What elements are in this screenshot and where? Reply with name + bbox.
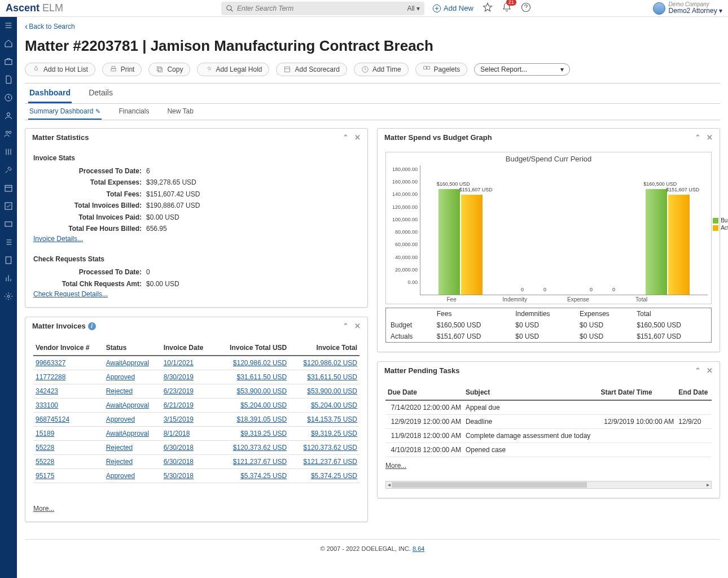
table-header: Vendor Invoice # [33, 340, 104, 356]
table-row: 55228Rejected6/30/2018$121,237.67 USD$12… [33, 455, 359, 469]
more-link[interactable]: More... [385, 462, 406, 470]
notifications-button[interactable]: 21 [502, 2, 512, 14]
search-input[interactable] [234, 5, 407, 12]
subtab-summary[interactable]: Summary Dashboard✎ [28, 104, 102, 120]
card-icon[interactable] [3, 219, 14, 229]
doc-icon[interactable] [3, 255, 14, 265]
invoice-details-link[interactable]: Invoice Details... [33, 235, 83, 243]
add-new-label: Add New [444, 4, 473, 12]
svg-rect-17 [5, 185, 12, 191]
list-icon[interactable] [3, 237, 14, 247]
close-icon[interactable]: ✕ [707, 133, 713, 142]
svg-point-11 [7, 113, 10, 116]
collapse-icon[interactable]: ⌃ [695, 133, 701, 142]
table-row: 99663327AwaitApproval10/1/2021$120,986.0… [33, 356, 359, 370]
invoice-link[interactable]: 55228 [36, 458, 54, 466]
subtab-financials[interactable]: Financials [117, 104, 150, 120]
people-icon[interactable] [3, 129, 14, 139]
invoice-link[interactable]: 95175 [36, 472, 54, 480]
svg-rect-24 [6, 257, 11, 264]
copy-button[interactable]: Copy [148, 63, 190, 76]
sliders-icon[interactable] [3, 147, 14, 157]
tab-details[interactable]: Details [87, 84, 114, 103]
spend-budget-card: Matter Spend vs Budget Graph⌃✕ Budget/Sp… [377, 128, 720, 352]
collapse-icon[interactable]: ⌃ [695, 366, 701, 375]
invoice-link[interactable]: 11772288 [36, 373, 65, 381]
invoice-link[interactable]: 333100 [36, 401, 58, 409]
chart-title: Budget/Spend Curr Period [389, 155, 708, 163]
add-scorecard-button[interactable]: Add Scorecard [276, 63, 347, 76]
invoice-link[interactable]: 15189 [36, 430, 54, 437]
invoice-link[interactable]: 99663327 [36, 359, 65, 367]
table-header: Indemnities [511, 308, 575, 320]
stat-row: Processed To Date:6 [33, 165, 359, 177]
calendar-icon[interactable] [3, 183, 14, 193]
svg-point-28 [7, 295, 10, 297]
file-icon[interactable] [3, 75, 14, 85]
stat-row: Total Invoices Billed:$190,886.07 USD [33, 200, 359, 211]
check-icon[interactable] [3, 201, 14, 211]
select-report-dropdown[interactable]: Select Report...▾ [474, 63, 570, 76]
page-title: Matter #2203781 | Jamison Manufacturing … [25, 37, 720, 55]
search-scope-dropdown[interactable]: All ▾ [407, 5, 420, 12]
clock-icon[interactable] [3, 93, 14, 103]
svg-rect-37 [427, 67, 429, 69]
table-row: 7/14/2020 12:00:00 AMAppeal due [385, 400, 712, 415]
pagelets-button[interactable]: Pagelets [415, 63, 468, 76]
action-toolbar: Add to Hot List Print Copy Add Legal Hol… [25, 63, 720, 76]
table-header [386, 308, 432, 320]
invoice-link[interactable]: 55228 [36, 444, 54, 452]
table-header: Status [104, 340, 161, 356]
table-row: 342423Rejected6/23/2019$53,900.00 USD$53… [33, 384, 359, 399]
version-link[interactable]: 8.64 [413, 545, 424, 552]
invoice-link[interactable]: 968745124 [36, 415, 69, 423]
breadcrumb[interactable]: Back to Search [25, 21, 720, 32]
briefcase-icon[interactable] [3, 56, 14, 67]
menu-icon[interactable] [3, 20, 14, 30]
svg-rect-20 [5, 222, 12, 226]
info-icon[interactable]: i [88, 322, 96, 330]
app-logo: Ascent ELM [6, 2, 63, 14]
close-icon[interactable]: ✕ [354, 133, 361, 142]
add-time-button[interactable]: Add Time [354, 63, 409, 76]
stat-row: Total Invoices Paid:$0.00 USD [33, 212, 359, 223]
pencil-icon[interactable]: ✎ [95, 108, 100, 115]
user-menu[interactable]: Demo Company Demo2 Attorney ▾ [653, 1, 722, 15]
print-button[interactable]: Print [102, 63, 142, 76]
close-icon[interactable]: ✕ [354, 322, 361, 330]
svg-rect-29 [111, 68, 116, 71]
more-link[interactable]: More... [33, 505, 54, 513]
home-icon[interactable] [3, 38, 14, 49]
check-request-details-link[interactable]: Check Request Details... [33, 290, 108, 298]
svg-line-1 [231, 9, 233, 11]
stat-row: Total Fees:$151,607.42 USD [33, 189, 359, 200]
chart-summary-table: FeesIndemnitiesExpensesTotal Budget$160,… [385, 308, 712, 343]
stat-row: Total Chk Requests Amt:$0.00 USD [33, 278, 359, 290]
add-new-button[interactable]: Add New [432, 4, 473, 13]
add-legal-hold-button[interactable]: Add Legal Hold [197, 63, 269, 76]
svg-rect-31 [157, 67, 161, 71]
close-icon[interactable]: ✕ [707, 366, 713, 375]
chart-bar: $151,607 USD [668, 195, 690, 295]
global-search[interactable]: All ▾ [221, 2, 424, 15]
gavel-icon[interactable] [3, 165, 14, 175]
person-icon[interactable] [3, 111, 14, 121]
subtab-new[interactable]: New Tab [166, 104, 194, 120]
collapse-icon[interactable]: ⌃ [343, 322, 349, 330]
check-requests-heading: Check Requests Stats [33, 255, 359, 263]
svg-rect-33 [285, 67, 290, 72]
notification-badge: 21 [506, 0, 516, 6]
chevron-down-icon: ▾ [560, 65, 564, 73]
svg-point-12 [6, 131, 8, 133]
help-button[interactable] [521, 2, 531, 14]
add-hot-list-button[interactable]: Add to Hot List [25, 63, 95, 76]
chart-icon[interactable] [3, 273, 14, 283]
invoice-link[interactable]: 342423 [36, 387, 58, 395]
x-label: Fee [420, 296, 483, 303]
favorites-button[interactable] [483, 2, 493, 14]
stat-row: Total Fee Hours Billed:656.95 [33, 223, 359, 234]
horizontal-scrollbar[interactable]: ◂▸ [385, 481, 712, 489]
tab-dashboard[interactable]: Dashboard [28, 84, 72, 103]
gear-icon[interactable] [3, 291, 14, 301]
collapse-icon[interactable]: ⌃ [343, 133, 349, 142]
